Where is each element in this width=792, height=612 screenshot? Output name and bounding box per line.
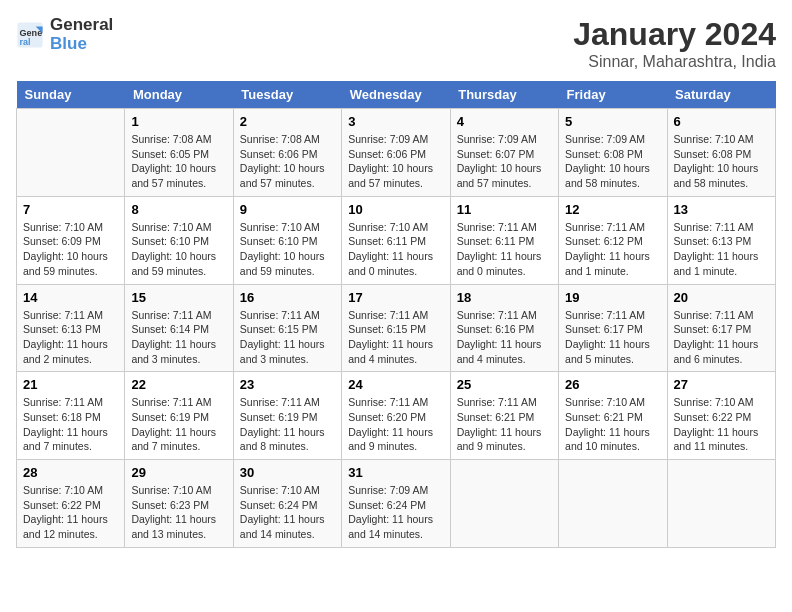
calendar-cell: 10Sunrise: 7:10 AM Sunset: 6:11 PM Dayli…	[342, 196, 450, 284]
weekday-header-cell: Wednesday	[342, 81, 450, 109]
calendar-cell: 19Sunrise: 7:11 AM Sunset: 6:17 PM Dayli…	[559, 284, 667, 372]
calendar-week-row: 7Sunrise: 7:10 AM Sunset: 6:09 PM Daylig…	[17, 196, 776, 284]
calendar-cell: 24Sunrise: 7:11 AM Sunset: 6:20 PM Dayli…	[342, 372, 450, 460]
weekday-header-cell: Tuesday	[233, 81, 341, 109]
day-info: Sunrise: 7:08 AM Sunset: 6:06 PM Dayligh…	[240, 132, 335, 191]
calendar-table: SundayMondayTuesdayWednesdayThursdayFrid…	[16, 81, 776, 548]
day-number: 16	[240, 290, 335, 305]
calendar-cell: 14Sunrise: 7:11 AM Sunset: 6:13 PM Dayli…	[17, 284, 125, 372]
calendar-body: 1Sunrise: 7:08 AM Sunset: 6:05 PM Daylig…	[17, 109, 776, 548]
weekday-header-cell: Friday	[559, 81, 667, 109]
day-number: 23	[240, 377, 335, 392]
day-number: 20	[674, 290, 769, 305]
day-number: 4	[457, 114, 552, 129]
day-number: 29	[131, 465, 226, 480]
calendar-cell	[450, 460, 558, 548]
main-title: January 2024	[573, 16, 776, 53]
day-info: Sunrise: 7:09 AM Sunset: 6:08 PM Dayligh…	[565, 132, 660, 191]
calendar-cell: 20Sunrise: 7:11 AM Sunset: 6:17 PM Dayli…	[667, 284, 775, 372]
day-info: Sunrise: 7:10 AM Sunset: 6:10 PM Dayligh…	[131, 220, 226, 279]
calendar-cell: 28Sunrise: 7:10 AM Sunset: 6:22 PM Dayli…	[17, 460, 125, 548]
day-info: Sunrise: 7:11 AM Sunset: 6:12 PM Dayligh…	[565, 220, 660, 279]
day-number: 13	[674, 202, 769, 217]
day-info: Sunrise: 7:11 AM Sunset: 6:21 PM Dayligh…	[457, 395, 552, 454]
weekday-header-cell: Sunday	[17, 81, 125, 109]
day-number: 9	[240, 202, 335, 217]
calendar-cell	[17, 109, 125, 197]
day-info: Sunrise: 7:08 AM Sunset: 6:05 PM Dayligh…	[131, 132, 226, 191]
day-number: 17	[348, 290, 443, 305]
day-info: Sunrise: 7:10 AM Sunset: 6:22 PM Dayligh…	[23, 483, 118, 542]
calendar-week-row: 21Sunrise: 7:11 AM Sunset: 6:18 PM Dayli…	[17, 372, 776, 460]
day-number: 14	[23, 290, 118, 305]
day-number: 26	[565, 377, 660, 392]
day-info: Sunrise: 7:10 AM Sunset: 6:10 PM Dayligh…	[240, 220, 335, 279]
calendar-cell: 30Sunrise: 7:10 AM Sunset: 6:24 PM Dayli…	[233, 460, 341, 548]
calendar-cell: 7Sunrise: 7:10 AM Sunset: 6:09 PM Daylig…	[17, 196, 125, 284]
day-number: 18	[457, 290, 552, 305]
calendar-cell: 22Sunrise: 7:11 AM Sunset: 6:19 PM Dayli…	[125, 372, 233, 460]
day-info: Sunrise: 7:11 AM Sunset: 6:16 PM Dayligh…	[457, 308, 552, 367]
calendar-cell: 6Sunrise: 7:10 AM Sunset: 6:08 PM Daylig…	[667, 109, 775, 197]
day-info: Sunrise: 7:09 AM Sunset: 6:24 PM Dayligh…	[348, 483, 443, 542]
calendar-week-row: 14Sunrise: 7:11 AM Sunset: 6:13 PM Dayli…	[17, 284, 776, 372]
day-info: Sunrise: 7:11 AM Sunset: 6:19 PM Dayligh…	[240, 395, 335, 454]
day-number: 1	[131, 114, 226, 129]
day-number: 22	[131, 377, 226, 392]
day-info: Sunrise: 7:11 AM Sunset: 6:15 PM Dayligh…	[348, 308, 443, 367]
logo-text-line1: General	[50, 16, 113, 35]
day-number: 3	[348, 114, 443, 129]
day-number: 2	[240, 114, 335, 129]
day-info: Sunrise: 7:10 AM Sunset: 6:09 PM Dayligh…	[23, 220, 118, 279]
calendar-week-row: 28Sunrise: 7:10 AM Sunset: 6:22 PM Dayli…	[17, 460, 776, 548]
calendar-cell: 17Sunrise: 7:11 AM Sunset: 6:15 PM Dayli…	[342, 284, 450, 372]
day-info: Sunrise: 7:09 AM Sunset: 6:06 PM Dayligh…	[348, 132, 443, 191]
calendar-cell: 11Sunrise: 7:11 AM Sunset: 6:11 PM Dayli…	[450, 196, 558, 284]
logo: Gene ral General Blue	[16, 16, 113, 53]
day-number: 8	[131, 202, 226, 217]
calendar-cell: 23Sunrise: 7:11 AM Sunset: 6:19 PM Dayli…	[233, 372, 341, 460]
calendar-cell: 4Sunrise: 7:09 AM Sunset: 6:07 PM Daylig…	[450, 109, 558, 197]
day-number: 5	[565, 114, 660, 129]
logo-text-line2: Blue	[50, 35, 113, 54]
title-block: January 2024 Sinnar, Maharashtra, India	[573, 16, 776, 71]
calendar-cell: 16Sunrise: 7:11 AM Sunset: 6:15 PM Dayli…	[233, 284, 341, 372]
calendar-cell: 31Sunrise: 7:09 AM Sunset: 6:24 PM Dayli…	[342, 460, 450, 548]
calendar-cell	[559, 460, 667, 548]
day-number: 31	[348, 465, 443, 480]
day-info: Sunrise: 7:11 AM Sunset: 6:18 PM Dayligh…	[23, 395, 118, 454]
day-info: Sunrise: 7:11 AM Sunset: 6:17 PM Dayligh…	[565, 308, 660, 367]
day-info: Sunrise: 7:11 AM Sunset: 6:14 PM Dayligh…	[131, 308, 226, 367]
calendar-cell: 12Sunrise: 7:11 AM Sunset: 6:12 PM Dayli…	[559, 196, 667, 284]
day-number: 28	[23, 465, 118, 480]
day-number: 25	[457, 377, 552, 392]
calendar-cell: 26Sunrise: 7:10 AM Sunset: 6:21 PM Dayli…	[559, 372, 667, 460]
calendar-cell: 21Sunrise: 7:11 AM Sunset: 6:18 PM Dayli…	[17, 372, 125, 460]
day-info: Sunrise: 7:10 AM Sunset: 6:22 PM Dayligh…	[674, 395, 769, 454]
day-info: Sunrise: 7:10 AM Sunset: 6:11 PM Dayligh…	[348, 220, 443, 279]
day-info: Sunrise: 7:11 AM Sunset: 6:20 PM Dayligh…	[348, 395, 443, 454]
weekday-header-row: SundayMondayTuesdayWednesdayThursdayFrid…	[17, 81, 776, 109]
day-info: Sunrise: 7:11 AM Sunset: 6:19 PM Dayligh…	[131, 395, 226, 454]
weekday-header-cell: Thursday	[450, 81, 558, 109]
weekday-header-cell: Monday	[125, 81, 233, 109]
day-info: Sunrise: 7:09 AM Sunset: 6:07 PM Dayligh…	[457, 132, 552, 191]
calendar-cell: 8Sunrise: 7:10 AM Sunset: 6:10 PM Daylig…	[125, 196, 233, 284]
subtitle: Sinnar, Maharashtra, India	[573, 53, 776, 71]
svg-text:ral: ral	[20, 36, 31, 46]
day-info: Sunrise: 7:10 AM Sunset: 6:24 PM Dayligh…	[240, 483, 335, 542]
day-number: 11	[457, 202, 552, 217]
weekday-header-cell: Saturday	[667, 81, 775, 109]
day-info: Sunrise: 7:11 AM Sunset: 6:17 PM Dayligh…	[674, 308, 769, 367]
day-number: 24	[348, 377, 443, 392]
calendar-cell: 15Sunrise: 7:11 AM Sunset: 6:14 PM Dayli…	[125, 284, 233, 372]
day-info: Sunrise: 7:10 AM Sunset: 6:21 PM Dayligh…	[565, 395, 660, 454]
calendar-cell: 29Sunrise: 7:10 AM Sunset: 6:23 PM Dayli…	[125, 460, 233, 548]
day-number: 21	[23, 377, 118, 392]
day-info: Sunrise: 7:10 AM Sunset: 6:23 PM Dayligh…	[131, 483, 226, 542]
calendar-cell: 27Sunrise: 7:10 AM Sunset: 6:22 PM Dayli…	[667, 372, 775, 460]
day-number: 27	[674, 377, 769, 392]
logo-icon: Gene ral	[16, 21, 44, 49]
calendar-cell: 3Sunrise: 7:09 AM Sunset: 6:06 PM Daylig…	[342, 109, 450, 197]
header: Gene ral General Blue January 2024 Sinna…	[16, 16, 776, 71]
